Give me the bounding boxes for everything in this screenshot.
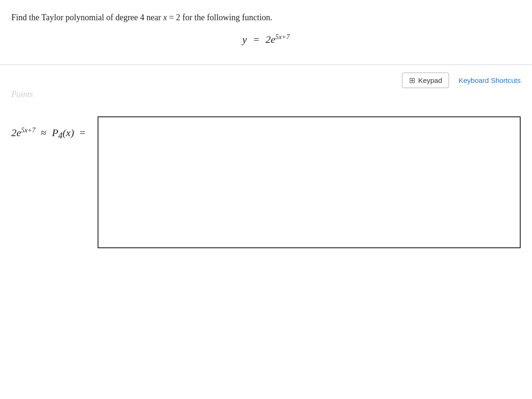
answer-section: Points ⊞ Keypad Keyboard Shortcuts 2e5x+… — [0, 65, 532, 310]
keyboard-shortcuts-link[interactable]: Keyboard Shortcuts — [458, 76, 521, 84]
keypad-icon: ⊞ — [409, 76, 415, 85]
question-text: Find the Taylor polynomial of degree 4 n… — [11, 11, 521, 24]
answer-input-box[interactable] — [98, 116, 521, 248]
faint-points-text: Points — [11, 90, 33, 99]
keypad-button[interactable]: ⊞ Keypad — [402, 73, 449, 88]
keypad-label: Keypad — [418, 76, 442, 84]
variable-x: x — [163, 13, 167, 22]
math-label-row: 2e5x+7 ≈ P4(x) = — [11, 116, 521, 248]
question-section: Find the Taylor polynomial of degree 4 n… — [0, 0, 532, 65]
toolbar-row: ⊞ Keypad Keyboard Shortcuts — [11, 73, 521, 88]
function-display: y = 2e5x+7 — [11, 33, 521, 46]
page-container: Find the Taylor polynomial of degree 4 n… — [0, 0, 532, 399]
math-label: 2e5x+7 ≈ P4(x) = — [11, 126, 93, 142]
